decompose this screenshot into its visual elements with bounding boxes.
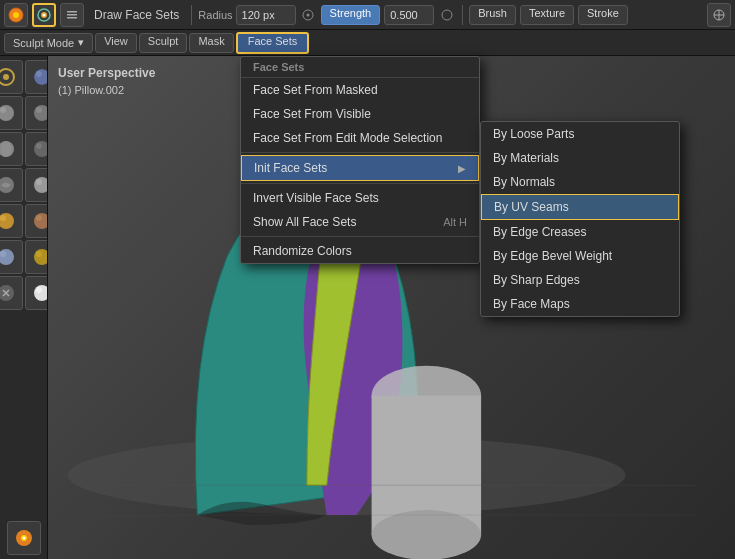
tool-icon-6b[interactable] bbox=[25, 240, 49, 274]
svg-point-36 bbox=[0, 285, 14, 301]
submenu-arrow: ▶ bbox=[458, 163, 466, 174]
sidebar-row-3 bbox=[0, 132, 48, 166]
tool-icon-5a[interactable] bbox=[0, 204, 23, 238]
svg-point-4 bbox=[43, 13, 46, 16]
separator-2 bbox=[462, 5, 463, 25]
by-normals-item[interactable]: By Normals bbox=[481, 170, 679, 194]
separator-1 bbox=[191, 5, 192, 25]
tool-icon-3b[interactable] bbox=[25, 132, 49, 166]
svg-point-10 bbox=[442, 10, 452, 20]
svg-point-15 bbox=[34, 69, 49, 85]
by-materials-item[interactable]: By Materials bbox=[481, 146, 679, 170]
svg-point-24 bbox=[36, 143, 42, 149]
init-face-sets-submenu: By Loose Parts By Materials By Normals B… bbox=[480, 121, 680, 317]
sidebar-row-1 bbox=[0, 60, 48, 94]
radius-input[interactable] bbox=[236, 5, 296, 25]
svg-point-13 bbox=[3, 74, 9, 80]
svg-point-23 bbox=[34, 141, 49, 157]
brush-btn[interactable]: Brush bbox=[469, 5, 516, 25]
tool-icon-2b[interactable] bbox=[25, 96, 49, 130]
randomize-colors-item[interactable]: Randomize Colors bbox=[241, 239, 479, 263]
tool-icon-2a[interactable] bbox=[0, 96, 23, 130]
sidebar-row-4 bbox=[0, 168, 48, 202]
separator-1 bbox=[241, 152, 479, 153]
sculpt-btn[interactable]: Sculpt bbox=[139, 33, 188, 53]
svg-point-1 bbox=[13, 12, 19, 18]
settings-icon[interactable] bbox=[60, 3, 84, 27]
stroke-btn[interactable]: Stroke bbox=[578, 5, 628, 25]
tool-icon-7b[interactable] bbox=[25, 276, 49, 310]
svg-point-26 bbox=[34, 177, 49, 193]
by-loose-parts-item[interactable]: By Loose Parts bbox=[481, 122, 679, 146]
active-tool-icon[interactable] bbox=[32, 3, 56, 27]
face-sets-tab[interactable]: Face Sets bbox=[236, 32, 310, 54]
face-set-from-edit-item[interactable]: Face Set From Edit Mode Selection bbox=[241, 126, 479, 150]
svg-point-30 bbox=[34, 213, 49, 229]
svg-point-41 bbox=[22, 537, 25, 540]
svg-point-45 bbox=[372, 510, 482, 559]
svg-point-22 bbox=[1, 141, 11, 157]
by-edge-creases-item[interactable]: By Edge Creases bbox=[481, 220, 679, 244]
tool-icon-1b[interactable] bbox=[25, 60, 49, 94]
svg-point-20 bbox=[36, 107, 42, 113]
texture-btn[interactable]: Texture bbox=[520, 5, 574, 25]
sculpt-mode-label: Sculpt Mode bbox=[13, 37, 74, 49]
svg-point-37 bbox=[34, 285, 49, 301]
mode-toolbar: Sculpt Mode ▾ View Sculpt Mask Face Sets bbox=[0, 30, 735, 56]
separator-3 bbox=[241, 236, 479, 237]
radius-icon bbox=[299, 3, 317, 27]
mask-btn[interactable]: Mask bbox=[189, 33, 233, 53]
face-set-from-visible-item[interactable]: Face Set From Visible bbox=[241, 102, 479, 126]
sidebar-row-7 bbox=[0, 276, 48, 310]
svg-rect-7 bbox=[67, 17, 77, 19]
init-face-sets-item[interactable]: Init Face Sets ▶ bbox=[241, 155, 479, 181]
svg-rect-5 bbox=[67, 11, 77, 13]
dropdown-arrow: ▾ bbox=[78, 36, 84, 49]
sidebar-row-6 bbox=[0, 240, 48, 274]
strength-button[interactable]: Strength bbox=[321, 5, 381, 25]
sidebar-row-2 bbox=[0, 96, 48, 130]
svg-point-9 bbox=[306, 13, 309, 16]
invert-visible-item[interactable]: Invert Visible Face Sets bbox=[241, 186, 479, 210]
face-set-from-masked-item[interactable]: Face Set From Masked bbox=[241, 78, 479, 102]
show-all-item[interactable]: Show All Face Sets Alt H bbox=[241, 210, 479, 234]
tool-icon-6a[interactable] bbox=[0, 240, 23, 274]
svg-point-31 bbox=[36, 215, 42, 221]
svg-point-16 bbox=[36, 71, 42, 77]
tool-icon-1a[interactable] bbox=[0, 60, 23, 94]
sidebar-row-5 bbox=[0, 204, 48, 238]
tool-icon-3a[interactable] bbox=[0, 132, 23, 166]
svg-rect-6 bbox=[67, 14, 77, 16]
face-sets-dropdown: Face Sets Face Set From Masked Face Set … bbox=[240, 56, 480, 264]
overlay-icon[interactable] bbox=[707, 3, 731, 27]
svg-point-19 bbox=[34, 105, 49, 121]
view-btn[interactable]: View bbox=[95, 33, 137, 53]
by-sharp-edges-item[interactable]: By Sharp Edges bbox=[481, 268, 679, 292]
radius-group: Radius bbox=[198, 3, 316, 27]
sculpt-mode-btn[interactable]: Sculpt Mode ▾ bbox=[4, 33, 93, 53]
tool-icon-bottom[interactable] bbox=[7, 521, 41, 555]
svg-point-38 bbox=[36, 287, 42, 293]
left-sidebar bbox=[0, 56, 48, 559]
tool-icon-7a[interactable] bbox=[0, 276, 23, 310]
by-face-maps-item[interactable]: By Face Maps bbox=[481, 292, 679, 316]
strength-icon bbox=[438, 3, 456, 27]
bottom-tool-area bbox=[7, 517, 41, 555]
dropdown-title: Face Sets bbox=[253, 61, 304, 73]
tool-icon-5b[interactable] bbox=[25, 204, 49, 238]
by-uv-seams-item[interactable]: By UV Seams bbox=[481, 194, 679, 220]
svg-point-34 bbox=[34, 249, 49, 265]
svg-point-35 bbox=[36, 251, 42, 257]
tool-icon-4b[interactable] bbox=[25, 168, 49, 202]
by-edge-bevel-weight-item[interactable]: By Edge Bevel Weight bbox=[481, 244, 679, 268]
separator-2 bbox=[241, 183, 479, 184]
tool-icon-4a[interactable] bbox=[0, 168, 23, 202]
blender-logo[interactable] bbox=[4, 3, 28, 27]
brush-name-label: Draw Face Sets bbox=[88, 8, 185, 22]
svg-point-27 bbox=[36, 179, 42, 185]
radius-label: Radius bbox=[198, 9, 232, 21]
top-toolbar: Draw Face Sets Radius Strength Brush Tex… bbox=[0, 0, 735, 30]
dropdown-header: Face Sets bbox=[241, 57, 479, 78]
show-all-shortcut: Alt H bbox=[443, 216, 467, 228]
strength-input[interactable] bbox=[384, 5, 434, 25]
